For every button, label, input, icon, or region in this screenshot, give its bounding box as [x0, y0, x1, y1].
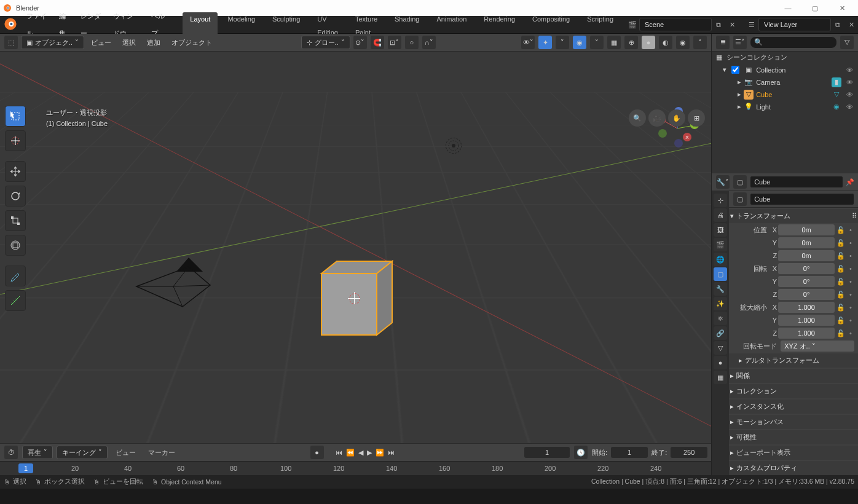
tool-cursor[interactable]	[5, 130, 26, 151]
panel-collections[interactable]: ▸ コレクション	[729, 384, 858, 398]
ptab-object[interactable]: ▢	[714, 267, 727, 281]
vmenu-add[interactable]: 追加	[143, 34, 165, 51]
visibility-dropdown-icon[interactable]: 👁˅	[521, 36, 535, 49]
loc-y[interactable]: 0m	[778, 237, 835, 248]
vmenu-view[interactable]: ビュー	[87, 34, 116, 51]
outliner-row-light[interactable]: ▸ 💡 Light ◉ 👁	[712, 101, 858, 113]
scene-browse-icon[interactable]: 🎬	[626, 18, 639, 31]
camera-data-icon[interactable]: ▮	[832, 77, 841, 87]
disclosure-icon[interactable]: ▸	[738, 103, 741, 111]
tmenu-view[interactable]: ビュー	[111, 444, 140, 461]
timeline-ruler[interactable]: 1 20 40 60 80 100 120 140 160 180 200 22…	[0, 461, 711, 475]
snap-icon[interactable]: 🧲	[371, 36, 384, 49]
lock-icon[interactable]: 🔓	[836, 265, 846, 273]
play-icon[interactable]: ▶	[367, 449, 372, 457]
tool-transform[interactable]	[5, 235, 26, 256]
minimize-button[interactable]: —	[774, 4, 801, 12]
panel-relations[interactable]: ▸ 関係	[729, 369, 858, 383]
vmenu-select[interactable]: 選択	[118, 34, 140, 51]
loc-x[interactable]: 0m	[778, 224, 835, 235]
breadcrumb[interactable]: Cube	[750, 176, 843, 188]
ptab-output[interactable]: 🖨	[714, 208, 727, 222]
orientation-dropdown[interactable]: ⊹グロー..˅	[301, 36, 350, 49]
playhead[interactable]: 1	[18, 463, 33, 473]
panel-transform[interactable]: ▾ トランスフォーム⠿	[729, 209, 858, 223]
tool-rotate[interactable]	[5, 186, 26, 207]
outliner-row-collection[interactable]: ▾ ▣ Collection 👁	[712, 64, 858, 76]
ptab-material[interactable]: ●	[714, 356, 727, 369]
ptab-world[interactable]: 🌐	[714, 253, 727, 266]
play-end-icon[interactable]: ⏭	[388, 449, 395, 456]
lock-icon[interactable]: 🔓	[836, 252, 846, 260]
panel-delta[interactable]: ▸ デルタトランスフォーム	[729, 353, 858, 368]
tool-move[interactable]	[5, 161, 26, 182]
camera-object[interactable]	[130, 254, 222, 316]
outliner-row-cube[interactable]: ▸ ▽ Cube ▽ 👁	[712, 89, 858, 101]
pan-icon[interactable]: ✋	[668, 109, 685, 127]
current-frame[interactable]: 1	[524, 447, 570, 458]
visibility-icon[interactable]: 👁	[846, 66, 853, 74]
outliner-row-scene[interactable]: ▦ シーンコレクション	[712, 52, 858, 64]
outliner-row-camera[interactable]: ▸ 📷 Camera ▮ 👁	[712, 76, 858, 89]
shading-dropdown-icon[interactable]: ˅	[693, 36, 707, 49]
viewlayer-field[interactable]: View Layer	[758, 18, 831, 31]
ptab-modifiers[interactable]: 🔧	[714, 282, 727, 296]
properties-editor-icon[interactable]: 🔧˅	[716, 175, 730, 189]
ptab-render[interactable]: ⊹	[714, 194, 727, 207]
playback-dropdown[interactable]: 再生˅	[22, 446, 53, 459]
ptab-texture[interactable]: ▦	[714, 371, 727, 384]
play-reverse-icon[interactable]: ◀	[358, 449, 363, 457]
ptab-particles[interactable]: ✨	[714, 297, 727, 310]
timeline-editor-icon[interactable]: ⏱	[4, 446, 18, 459]
disclosure-icon[interactable]: ▸	[738, 78, 741, 86]
keyframe-prev-icon[interactable]: ⏪	[346, 449, 355, 457]
outliner-filter-icon[interactable]: ▽	[840, 36, 854, 49]
keyframe-next-icon[interactable]: ⏩	[376, 449, 384, 457]
lock-icon[interactable]: 🔓	[836, 304, 846, 312]
shading-lookdev-icon[interactable]: ◐	[659, 36, 672, 49]
outliner-search[interactable]: 🔍	[750, 36, 837, 49]
viewlayer-new-icon[interactable]: ⧉	[832, 18, 844, 31]
gizmo-toggle-icon[interactable]: ✦	[538, 36, 552, 49]
rot-x[interactable]: 0°	[778, 263, 835, 274]
rot-y[interactable]: 0°	[778, 276, 835, 287]
panel-viewport-display[interactable]: ▸ ビューポート表示	[729, 446, 858, 460]
visibility-icon[interactable]: 👁	[846, 103, 853, 111]
overlay-dropdown-icon[interactable]: ˅	[590, 36, 604, 49]
proportional-icon[interactable]: ○	[405, 36, 419, 49]
mode-dropdown[interactable]: ▣オブジェク..˅	[21, 36, 84, 49]
rot-z[interactable]: 0°	[778, 289, 835, 300]
ptab-scene[interactable]: 🎬	[714, 238, 727, 251]
maximize-button[interactable]: ▢	[801, 4, 828, 12]
collection-enable[interactable]	[731, 66, 739, 74]
3d-viewport[interactable]: ユーザー・透視投影 (1) Collection | Cube Y Z X 🔍 …	[0, 52, 711, 443]
visibility-icon[interactable]: 👁	[846, 91, 853, 98]
xray-icon[interactable]: ▦	[607, 36, 621, 49]
ptab-constraints[interactable]: 🔗	[714, 326, 727, 340]
lock-icon[interactable]: 🔓	[836, 291, 846, 299]
outliner-editor-icon[interactable]: ≣	[716, 36, 730, 49]
light-object[interactable]	[446, 138, 462, 154]
viewlayer-delete-icon[interactable]: ✕	[845, 18, 857, 31]
panel-instancing[interactable]: ▸ インスタンス化	[729, 400, 858, 414]
start-frame[interactable]: 1	[611, 447, 648, 458]
ptab-viewlayer[interactable]: 🖼	[714, 223, 727, 237]
snap-target-icon[interactable]: ⊡˅	[388, 36, 401, 49]
clock-icon[interactable]: 🕓	[574, 446, 588, 459]
lock-icon[interactable]: 🔓	[836, 226, 846, 234]
object-name-field[interactable]: Cube	[750, 193, 854, 205]
mesh-data-icon[interactable]: ▽	[832, 90, 841, 100]
panel-custom-props[interactable]: ▸ カスタムプロパティ	[729, 461, 858, 475]
proportional-falloff-icon[interactable]: ∩˅	[422, 36, 436, 49]
rotation-mode-dropdown[interactable]: XYZ オ.. ˅	[781, 341, 854, 352]
zoom-icon[interactable]: 🔍	[629, 109, 646, 127]
editor-type-icon[interactable]: ⬚	[4, 36, 18, 49]
scale-y[interactable]: 1.000	[778, 315, 835, 326]
camera-view-icon[interactable]: 🎥	[648, 109, 666, 127]
loc-z[interactable]: 0m	[778, 250, 835, 261]
panel-visibility[interactable]: ▸ 可視性	[729, 430, 858, 444]
ptab-mesh[interactable]: ▽	[714, 341, 727, 355]
pivot-icon[interactable]: ⊙˅	[353, 36, 367, 49]
visibility-icon[interactable]: 👁	[846, 79, 853, 86]
tool-scale[interactable]	[5, 210, 26, 231]
